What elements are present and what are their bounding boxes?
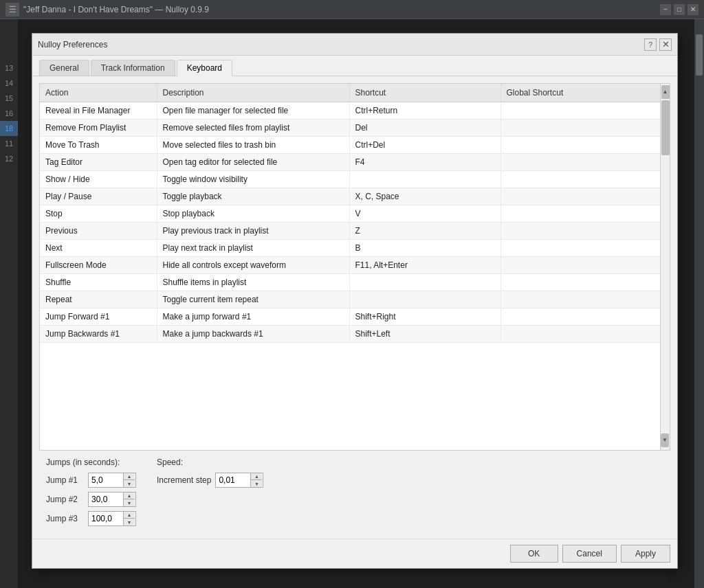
app-menu-icon[interactable]: ☰ [6,3,19,16]
jump3-row: Jump #3 ▲ ▼ [46,511,136,526]
bottom-section: Jumps (in seconds): Jump #1 ▲ ▼ [39,451,670,532]
minimize-button[interactable]: − [660,4,671,15]
speed-title: Speed: [157,457,263,467]
jump2-label: Jump #2 [46,495,84,504]
cell-action: Move To Trash [40,137,157,154]
jump1-spinner[interactable]: ▲ ▼ [88,473,136,488]
cell-shortcut [349,171,500,188]
cell-global [500,257,670,274]
cell-action: Fullscreen Mode [40,257,157,274]
cancel-button[interactable]: Cancel [562,545,617,563]
table-scrollbar[interactable]: ▲ ▼ [660,84,670,450]
sidebar-num-14: 14 [0,76,18,91]
jump2-spin-buttons: ▲ ▼ [123,493,135,506]
dialog-close-button[interactable]: ✕ [659,38,672,51]
cell-description: Remove selected files from playlist [157,120,349,137]
jump2-decrement[interactable]: ▼ [124,499,135,506]
table-row[interactable]: Previous Play previous track in playlist… [40,223,670,240]
jump1-input[interactable] [89,473,123,487]
jump3-input[interactable] [89,512,123,525]
cell-description: Make a jump backwards #1 [157,326,349,343]
cell-global [500,154,670,171]
app-title: "Jeff Danna - I Don't Have Dreams" — Nul… [23,5,209,14]
cell-description: Toggle window visibility [157,171,349,188]
tab-track-information[interactable]: Track Information [91,60,175,76]
apply-button[interactable]: Apply [621,545,670,563]
cell-action: Shuffle [40,274,157,291]
jump1-increment[interactable]: ▲ [124,473,135,480]
dialog-titlebar: Nulloy Preferences ? ✕ [32,34,677,56]
dialog-title: Nulloy Preferences [38,40,107,49]
table-row[interactable]: Move To Trash Move selected files to tra… [40,137,670,154]
app-scrollbar[interactable] [694,19,704,588]
table-row[interactable]: Stop Stop playback V [40,205,670,223]
jumps-section: Jumps (in seconds): Jump #1 ▲ ▼ [46,457,136,528]
increment-down[interactable]: ▼ [251,480,262,487]
app-titlebar: ☰ "Jeff Danna - I Don't Have Dreams" — N… [0,0,704,19]
cell-action: Jump Forward #1 [40,308,157,326]
table-scrollbar-up-btn[interactable]: ▲ [661,85,670,99]
cell-action: Stop [40,205,157,223]
cell-description: Hide all controls except waveform [157,257,349,274]
cell-global [500,291,670,308]
cell-shortcut: Z [349,223,500,240]
sidebar-numbers: 13 14 15 16 18 11 12 [0,19,18,588]
table-row[interactable]: Next Play next track in playlist B [40,240,670,257]
cell-global [500,240,670,257]
jump2-input[interactable] [89,493,123,506]
cell-action: Repeat [40,291,157,308]
cell-shortcut: X, C, Space [349,188,500,205]
cell-action: Reveal in File Manager [40,102,157,120]
increment-spinner[interactable]: ▲ ▼ [215,473,263,488]
increment-input[interactable] [216,473,250,487]
table-row[interactable]: Remove From Playlist Remove selected fil… [40,120,670,137]
increment-label: Increment step [157,475,211,485]
cell-global [500,120,670,137]
table-scrollbar-thumb [661,100,670,155]
cell-description: Play next track in playlist [157,240,349,257]
jump3-spinner[interactable]: ▲ ▼ [88,511,136,526]
jump3-decrement[interactable]: ▼ [124,519,135,525]
cell-global [500,223,670,240]
jump1-decrement[interactable]: ▼ [124,480,135,487]
tab-general[interactable]: General [39,60,89,76]
jump3-increment[interactable]: ▲ [124,512,135,519]
tab-keyboard[interactable]: Keyboard [177,60,232,76]
app-titlebar-buttons: − □ ✕ [660,4,698,15]
cell-shortcut: Shift+Left [349,326,500,343]
cell-shortcut: B [349,240,500,257]
table-row[interactable]: Fullscreen Mode Hide all controls except… [40,257,670,274]
cell-description: Play previous track in playlist [157,223,349,240]
table-row[interactable]: Show / Hide Toggle window visibility [40,171,670,188]
maximize-button[interactable]: □ [674,4,685,15]
cell-global [500,274,670,291]
jump2-increment[interactable]: ▲ [124,493,135,499]
cell-shortcut: F4 [349,154,500,171]
close-app-button[interactable]: ✕ [688,4,698,15]
table-row[interactable]: Jump Backwards #1 Make a jump backwards … [40,326,670,343]
table-row[interactable]: Repeat Toggle current item repeat [40,291,670,308]
sidebar-num-12: 12 [0,151,18,166]
ok-button[interactable]: OK [510,545,558,563]
cell-shortcut [349,274,500,291]
app-background: ☰ "Jeff Danna - I Don't Have Dreams" — N… [0,0,704,588]
cell-description: Open file manager for selected file [157,102,349,120]
table-row[interactable]: Shuffle Shuffle items in playlist [40,274,670,291]
increment-up[interactable]: ▲ [251,473,262,480]
table-scrollbar-down-btn[interactable]: ▼ [661,433,669,447]
jump2-spinner[interactable]: ▲ ▼ [88,492,136,507]
table-row[interactable]: Reveal in File Manager Open file manager… [40,102,670,120]
cell-description: Move selected files to trash bin [157,137,349,154]
cell-global [500,205,670,223]
table-header-row: Action Description Shortcut Global Short… [40,84,670,102]
cell-action: Jump Backwards #1 [40,326,157,343]
tab-bar: General Track Information Keyboard [32,56,677,76]
keyboard-table-scroll[interactable]: Action Description Shortcut Global Short… [40,84,670,343]
table-row[interactable]: Tag Editor Open tag editor for selected … [40,154,670,171]
table-row[interactable]: Play / Pause Toggle playback X, C, Space [40,188,670,205]
dialog-help-button[interactable]: ? [644,38,657,51]
speed-section: Speed: Increment step ▲ ▼ [157,457,263,528]
dialog-overlay: Nulloy Preferences ? ✕ General Track Inf… [18,19,694,588]
table-row[interactable]: Jump Forward #1 Make a jump forward #1 S… [40,308,670,326]
col-header-global: Global Shortcut [500,84,670,102]
